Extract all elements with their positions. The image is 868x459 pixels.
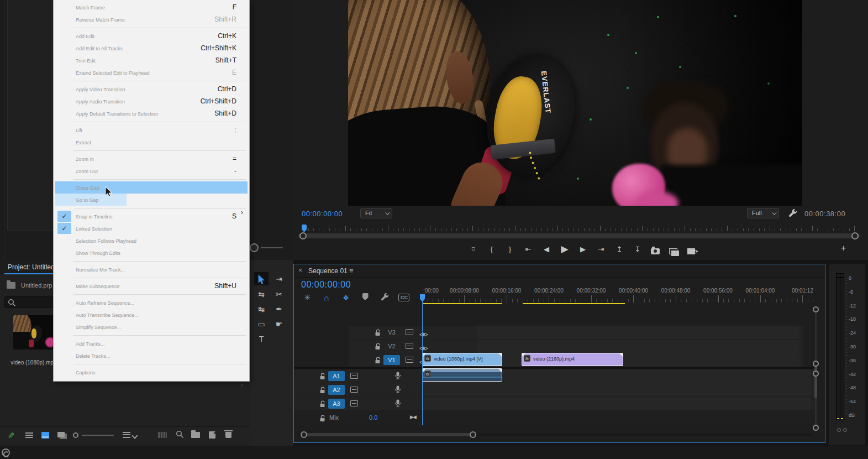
sync-lock-icon[interactable] [406,329,413,335]
go-to-out-button[interactable]: ⇥ [596,243,606,256]
track-lock-icon[interactable] [319,414,325,424]
menu-item[interactable]: ✓ Zoom In = › [55,153,248,165]
project-tab[interactable]: Project: Untitled [8,263,55,271]
video-clip-1[interactable]: fx video (1080p).mp4 [V] [422,353,502,366]
thumbnail-zoom-handle[interactable] [73,432,78,438]
track-lock-icon[interactable] [375,328,381,338]
timeline-playhead-line[interactable] [422,294,423,425]
extract-button[interactable]: ↧ [633,243,643,256]
menu-item[interactable]: ✓ Lift ; › [55,124,248,136]
hand-tool[interactable]: ☛ [272,317,286,331]
menu-item[interactable]: ✓ Extract › [55,136,248,148]
menu-item[interactable]: ✓ Trim Edit Shift+T › [55,54,248,66]
linked-selection-icon[interactable]: ❖ [340,294,351,302]
menu-item[interactable]: ✓ Apply Default Transitions to Selection… [55,107,248,119]
slip-tool[interactable]: ↹ [254,302,269,316]
track-select-forward-tool[interactable]: ⇥ [272,272,286,285]
playback-resolution-select[interactable]: Full [747,208,779,218]
track-output-eye-icon[interactable] [419,330,428,339]
sort-icons-button[interactable] [123,432,130,438]
zoom-handle-right[interactable] [851,232,859,239]
icon-view-button[interactable] [41,432,49,439]
settings-wrench-icon[interactable] [788,208,797,220]
button-editor-plus[interactable]: + [841,243,846,253]
menu-item[interactable]: ✓ Reverse Match Frame Shift+R › [55,13,248,25]
captions-cc-icon[interactable]: CC [398,294,409,301]
add-marker-button[interactable]: ⌂ [469,243,478,256]
thumbnail-zoom-track[interactable] [82,435,114,436]
nest-toggle-icon[interactable]: ✳ [302,293,313,302]
step-back-button[interactable]: ◀ [541,243,551,256]
track-lock-icon[interactable] [375,356,381,366]
timeline-vertical-scrollbar[interactable] [813,309,818,428]
selection-tool[interactable] [254,272,269,285]
menu-item[interactable]: ✓ Show Through Edits › [55,247,248,259]
type-tool[interactable]: T [254,332,269,346]
zoom-handle-right[interactable] [470,431,476,438]
menu-item[interactable]: ✓ Close Gap › [55,181,248,194]
menu-item[interactable]: ✓ Apply Video Transition Ctrl+D › [55,83,248,95]
new-bin-button[interactable] [191,432,200,438]
sync-lock-icon[interactable] [350,387,358,393]
menu-item[interactable]: ✓ Zoom Out - › [55,165,248,177]
scroll-handle[interactable] [813,425,819,431]
track-lock-icon[interactable] [375,342,381,352]
razor-tool[interactable]: ✂ [272,288,286,301]
track-target-toggle[interactable]: V3 [383,327,400,337]
delete-button[interactable] [225,432,232,438]
automate-to-sequence-button[interactable] [158,432,167,438]
writable-pencil-icon[interactable]: ✎ [8,431,15,441]
mark-out-button[interactable]: } [505,243,515,256]
timeline-horizontal-scrollbar[interactable] [298,432,812,437]
sync-lock-icon[interactable] [350,373,358,379]
mark-in-button[interactable]: { [487,243,497,256]
audio-clip-1[interactable]: fx [422,368,502,382]
voiceover-mic-icon[interactable] [394,399,402,409]
media-thumbnail[interactable] [13,315,54,350]
menu-item[interactable]: ✓ Selection Follows Playhead › [55,234,248,247]
list-view-button[interactable] [25,432,33,438]
menu-item[interactable]: ✓ Auto Reframe Sequence... › [55,296,248,309]
new-item-button[interactable] [209,431,215,439]
freeform-view-button[interactable] [57,432,65,437]
go-to-in-button[interactable]: ⇤ [523,243,533,256]
timeline-ruler[interactable]: :00:0000:00:08:0000:00:16:0000:00:24:000… [422,286,815,303]
menu-item[interactable]: ✓ Captions › [55,366,248,378]
program-timecode[interactable]: 00:00:00:00 [302,210,343,218]
menu-item[interactable]: ✓ Apply Audio Transition Ctrl+Shift+D › [55,95,248,107]
track-target-toggle[interactable]: A2 [328,385,345,395]
track-target-toggle[interactable]: V2 [383,341,400,351]
scroll-thumb[interactable] [814,364,817,398]
track-lock-icon[interactable] [319,386,325,396]
project-breadcrumb[interactable]: Untitled.prp [7,282,52,289]
rectangle-tool[interactable]: ▭ [254,317,269,331]
sync-lock-icon[interactable] [406,357,413,363]
track-target-toggle[interactable]: A1 [328,371,345,381]
timeline-settings-wrench-icon[interactable] [379,293,390,302]
menu-item[interactable]: ✓ Go to Gap › [55,194,248,206]
menu-item[interactable]: ✓ Make Subsequence Shift+U › [55,280,248,292]
timeline-timecode[interactable]: 00:00:00:00 [301,280,351,290]
scroll-handle[interactable] [813,361,819,367]
video-clip-2[interactable]: fx video (2160p).mp4 [522,353,623,366]
export-frame-button[interactable] [651,244,661,254]
sync-lock-icon[interactable] [350,400,358,406]
program-mini-timeline[interactable] [297,223,861,232]
track-target-toggle[interactable]: V1 [383,355,400,365]
source-zoom-slider-track[interactable] [261,247,283,248]
sequence-tab[interactable]: Sequence 01 [308,267,348,275]
program-zoom-scrollbar[interactable] [298,233,860,238]
scroll-thumb[interactable] [303,433,475,436]
menu-item[interactable]: ✓ Add Tracks... › [55,337,248,350]
menu-item[interactable]: ✓ Add Edit Ctrl+K › [55,30,248,42]
voiceover-mic-icon[interactable] [394,372,402,382]
scroll-handle[interactable] [813,306,819,312]
close-tab-icon[interactable]: × [298,267,302,274]
menu-item[interactable]: ✓ Linked Selection › [55,222,248,234]
track-lock-icon[interactable] [319,372,325,382]
find-button[interactable] [176,430,183,440]
ripple-edit-tool[interactable]: ⇆ [254,288,269,301]
step-forward-button[interactable]: ▶ [578,243,588,256]
add-marker-icon[interactable] [362,293,369,300]
panel-menu-icon[interactable]: ≡ [349,267,354,275]
